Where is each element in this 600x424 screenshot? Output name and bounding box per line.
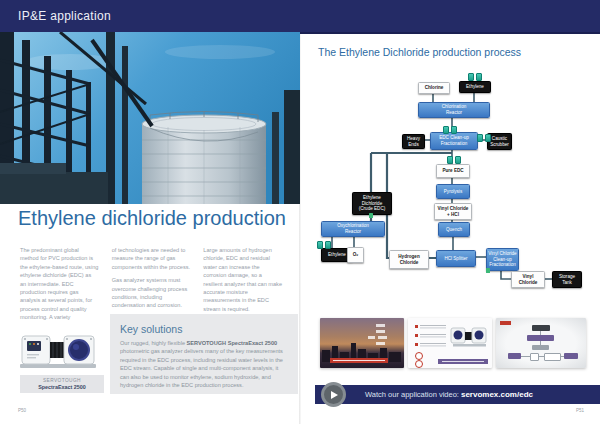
sample-point-icon bbox=[369, 213, 373, 218]
product-brand: SERVOTOUGH bbox=[43, 378, 81, 383]
diagram-node-ethylene-feed: Ethylene bbox=[459, 81, 491, 93]
intro-column-1: The predominant global method for PVC pr… bbox=[20, 246, 99, 327]
logo-mark bbox=[500, 321, 511, 325]
header-bar: IP&E application bbox=[0, 0, 600, 34]
bullet-line bbox=[415, 325, 446, 329]
key-solutions-product-name: SERVOTOUGH SpectraExact 2500 bbox=[187, 340, 278, 346]
mini-node bbox=[530, 353, 539, 361]
product-caption: SERVOTOUGH SpectraExact 2500 bbox=[20, 375, 104, 393]
diagram-node-vc-cleanup: Vinyl ChlorideClean-upFractionation bbox=[486, 248, 519, 271]
mini-node bbox=[532, 325, 550, 331]
intro-paragraph: Gas analyzer systems must overcome chall… bbox=[112, 276, 191, 310]
intro-paragraph: The predominant global method for PVC pr… bbox=[20, 246, 99, 322]
diagram-node-oxychlorination-reactor: OxychlorinationReactor bbox=[321, 221, 385, 237]
key-solutions-text: photometric gas analyzer delivers many o… bbox=[120, 348, 283, 388]
mini-node bbox=[532, 345, 549, 350]
key-solutions-body: Our rugged, highly flexible SERVOTOUGH S… bbox=[120, 339, 286, 389]
page-title: Ethylene dichloride production bbox=[18, 207, 286, 230]
bullet-line bbox=[415, 343, 446, 347]
diagram-node-heavy-ends: HeavyEnds bbox=[402, 134, 425, 149]
diagram-node-crude-edc: EthyleneDichloride(Crude EDC) bbox=[352, 192, 392, 215]
mini-analyzer-illustration bbox=[450, 326, 488, 348]
video-thumbnail-product[interactable] bbox=[408, 318, 492, 368]
diagram-node-pyrolysis: Pyrolysis bbox=[436, 184, 470, 199]
page-number-right: P51 bbox=[576, 408, 584, 413]
banner-label: Watch our application video: bbox=[365, 390, 459, 399]
analyzer-point-icon bbox=[317, 241, 331, 249]
product-model: SpectraExact 2500 bbox=[38, 384, 86, 390]
page-number-left: P50 bbox=[18, 408, 26, 413]
diagram-node-pure-edc: Pure EDC bbox=[436, 164, 470, 178]
key-solutions-heading: Key solutions bbox=[120, 323, 298, 335]
diagram-node-hcl-splitter: HCl Splitter bbox=[436, 250, 476, 267]
analyzer-point-icon bbox=[443, 126, 457, 134]
key-solutions-panel: Key solutions Our rugged, highly flexibl… bbox=[110, 314, 298, 394]
diagram-node-chlorination-reactor: ChlorinationReactor bbox=[418, 102, 490, 118]
analyzer-point-icon bbox=[447, 156, 461, 164]
diagram-node-storage-tank: StorageTank bbox=[552, 271, 582, 288]
video-thumbnail-diagram[interactable] bbox=[496, 318, 586, 368]
video-banner[interactable]: Watch our application video:servomex.com… bbox=[315, 385, 600, 404]
diagram-node-hydrogen-chloride: HydrogenChloride bbox=[389, 250, 429, 269]
intro-paragraph: of technologies are needed to measure th… bbox=[112, 246, 191, 271]
video-banner-text: Watch our application video:servomex.com… bbox=[365, 385, 533, 404]
header-title: IP&E application bbox=[18, 9, 111, 23]
badge-icon bbox=[415, 360, 423, 368]
play-icon[interactable] bbox=[321, 382, 346, 407]
diagram-node-edc-cleanup: EDC Clean-upFractionation bbox=[430, 132, 478, 150]
mini-node bbox=[508, 353, 521, 359]
key-solutions-text: Our rugged, highly flexible bbox=[120, 340, 187, 346]
bullet-line bbox=[415, 334, 446, 338]
process-title: The Ethylene Dichloride production proce… bbox=[318, 46, 521, 58]
mini-node bbox=[564, 353, 578, 359]
analyzer-point-icon bbox=[468, 73, 482, 81]
brochure-spread: IP&E application bbox=[0, 0, 600, 424]
flow-line bbox=[387, 153, 436, 258]
badge-icon bbox=[415, 352, 423, 360]
diagram-node-vinyl-chloride: VinylChloride bbox=[511, 271, 545, 288]
diagram-node-oxygen: O₂ bbox=[347, 247, 364, 263]
analyzer-point-icon bbox=[477, 134, 491, 142]
diagram-node-chlorine: Chlorine bbox=[418, 82, 450, 94]
diagram-node-quench: Quench bbox=[438, 222, 470, 237]
intro-paragraph: Large amounts of hydrogen chloride, EDC … bbox=[203, 246, 282, 313]
industrial-plant-photo bbox=[0, 32, 300, 204]
mini-diagram-overlay bbox=[368, 324, 394, 346]
plant-photo-illustration bbox=[0, 32, 300, 204]
video-thumbnail-plant[interactable] bbox=[320, 318, 404, 368]
diagram-node-vinyl-chloride-hcl: Vinyl Chloride+ HCl bbox=[434, 203, 472, 220]
thumbnail-title-strip bbox=[438, 359, 488, 364]
spectraexact-analyzer-illustration bbox=[12, 330, 104, 374]
process-diagram: ChlorineEthyleneChlorinationReactorHeavy… bbox=[300, 60, 600, 300]
thumbnail-title-strip bbox=[330, 358, 388, 363]
banner-url[interactable]: servomex.com/edc bbox=[461, 390, 533, 399]
product-image bbox=[12, 330, 104, 374]
diagram-node-caustic-scrubber: CausticScrubber bbox=[487, 133, 512, 150]
sample-point-icon bbox=[486, 268, 490, 273]
mini-node bbox=[544, 353, 561, 361]
